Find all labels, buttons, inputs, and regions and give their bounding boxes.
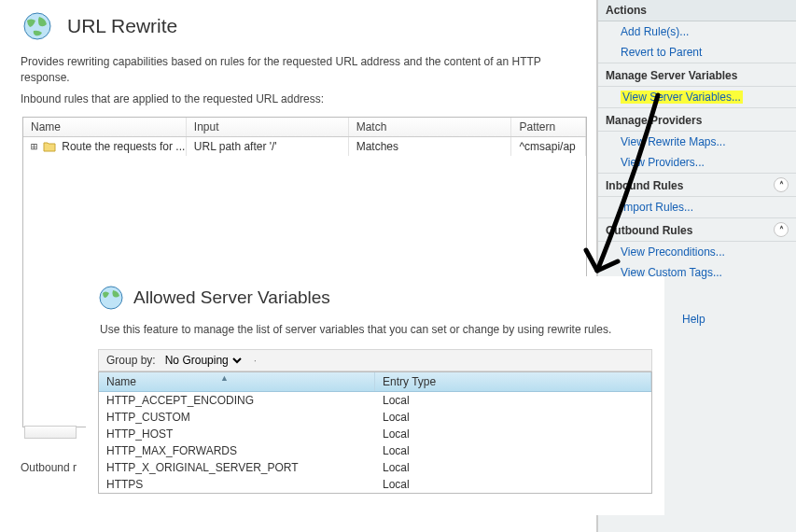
sv-name-cell: HTTPS	[99, 476, 375, 493]
chevron-up-icon[interactable]: ˄	[774, 177, 789, 192]
outbound-section-label: Outbound r	[21, 461, 77, 474]
view-rewrite-maps-link[interactable]: View Rewrite Maps...	[598, 132, 796, 152]
sv-entry-cell: Local	[375, 442, 651, 459]
sv-col-entry[interactable]: Entry Type	[375, 372, 651, 391]
sv-entry-cell: Local	[375, 392, 651, 409]
chevron-up-icon[interactable]: ˄	[774, 222, 789, 237]
sv-entry-cell: Local	[375, 409, 651, 426]
actions-header: Actions	[598, 0, 796, 21]
sv-col-name-label: Name	[106, 375, 136, 388]
rule-pattern: ^cmsapi/ap	[511, 137, 586, 156]
overlay-title-row: Allowed Server Variables	[87, 277, 663, 322]
outbound-rules-label: Outbound Rules	[606, 224, 692, 237]
overlay-description: Use this feature to manage the list of s…	[87, 322, 663, 349]
rule-input: URL path after '/'	[187, 137, 349, 156]
view-server-variables-link[interactable]: View Server Variables...	[598, 87, 796, 107]
overlay-title: Allowed Server Variables	[133, 287, 330, 308]
group-by-bar: Group by: No Grouping ·	[98, 349, 652, 371]
horizontal-scrollbar[interactable]	[24, 426, 77, 439]
inbound-rules-label: Inbound Rules	[606, 179, 683, 192]
col-header-pattern[interactable]: Pattern	[511, 118, 586, 136]
sv-name-cell: HTTP_CUSTOM	[99, 409, 375, 426]
sv-col-name[interactable]: Name ▲	[99, 372, 375, 391]
table-row[interactable]: HTTP_ACCEPT_ENCODINGLocal	[99, 392, 651, 409]
view-providers-link[interactable]: View Providers...	[598, 152, 796, 173]
server-variables-table: Name ▲ Entry Type HTTP_ACCEPT_ENCODINGLo…	[98, 371, 652, 494]
outbound-rules-head[interactable]: Outbound Rules ˄	[598, 217, 796, 242]
sv-entry-cell: Local	[375, 426, 651, 442]
sv-entry-cell: Local	[375, 476, 651, 493]
sort-asc-icon: ▲	[220, 373, 229, 383]
import-rules-link[interactable]: Import Rules...	[598, 197, 796, 217]
table-row[interactable]: HTTP_CUSTOMLocal	[99, 409, 651, 426]
description-line-2: Inbound rules that are applied to the re…	[0, 92, 596, 117]
view-preconditions-link[interactable]: View Preconditions...	[598, 242, 796, 262]
allowed-server-variables-panel: Allowed Server Variables Use this featur…	[86, 276, 664, 515]
add-rules-link[interactable]: Add Rule(s)...	[598, 21, 796, 42]
highlight-badge: View Server Variables...	[621, 91, 743, 104]
page-title: URL Rewrite	[67, 15, 177, 37]
group-by-select[interactable]: No Grouping	[161, 353, 244, 368]
col-header-name[interactable]: Name	[23, 118, 187, 136]
table-row[interactable]: HTTP_X_ORIGINAL_SERVER_PORTLocal	[99, 459, 651, 476]
sv-table-body: HTTP_ACCEPT_ENCODINGLocalHTTP_CUSTOMLoca…	[99, 392, 651, 493]
page-title-row: URL Rewrite	[0, 7, 596, 54]
globe-icon	[98, 285, 124, 311]
sv-name-cell: HTTP_MAX_FORWARDS	[99, 442, 375, 459]
table-row[interactable]: HTTP_HOSTLocal	[99, 426, 651, 442]
sv-name-cell: HTTP_X_ORIGINAL_SERVER_PORT	[99, 459, 375, 476]
dropdown-separator-icon: ·	[254, 354, 257, 367]
svg-point-1	[100, 287, 122, 309]
sv-name-cell: HTTP_HOST	[99, 426, 375, 442]
rule-name: Route the requests for ...	[62, 140, 185, 153]
col-header-input[interactable]: Input	[187, 118, 349, 136]
description-line-1: Provides rewriting capabilities based on…	[0, 54, 596, 92]
inbound-rules-head[interactable]: Inbound Rules ˄	[598, 173, 796, 197]
table-header[interactable]: Name Input Match Pattern	[23, 118, 586, 137]
sv-entry-cell: Local	[375, 459, 651, 476]
sv-name-cell: HTTP_ACCEPT_ENCODING	[99, 392, 375, 409]
group-by-label: Group by:	[106, 354, 156, 367]
manage-providers-head: Manage Providers	[598, 107, 796, 132]
col-header-match[interactable]: Match	[349, 118, 512, 136]
rule-match: Matches	[349, 137, 512, 156]
table-row[interactable]: ⊞ Route the requests for ... URL path af…	[23, 137, 586, 157]
table-row[interactable]: HTTP_MAX_FORWARDSLocal	[99, 442, 651, 459]
expand-icon[interactable]: ⊞	[31, 140, 37, 153]
folder-icon	[43, 141, 56, 152]
sv-table-header[interactable]: Name ▲ Entry Type	[99, 372, 651, 392]
table-row[interactable]: HTTPSLocal	[99, 476, 651, 493]
globe-icon	[22, 11, 52, 41]
revert-link[interactable]: Revert to Parent	[598, 42, 796, 63]
manage-server-variables-head: Manage Server Variables	[598, 63, 796, 87]
